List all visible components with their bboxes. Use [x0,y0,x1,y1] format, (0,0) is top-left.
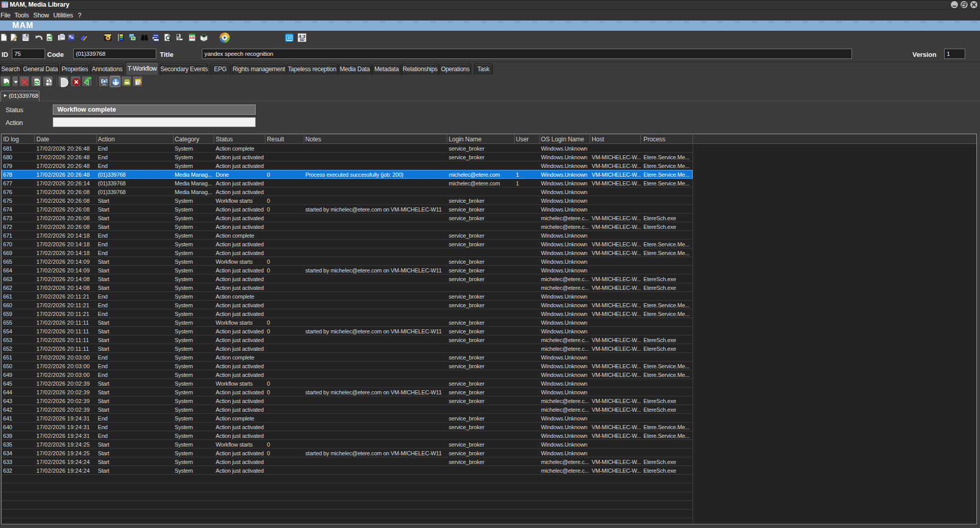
svg-text:ABC: ABC [190,36,196,39]
